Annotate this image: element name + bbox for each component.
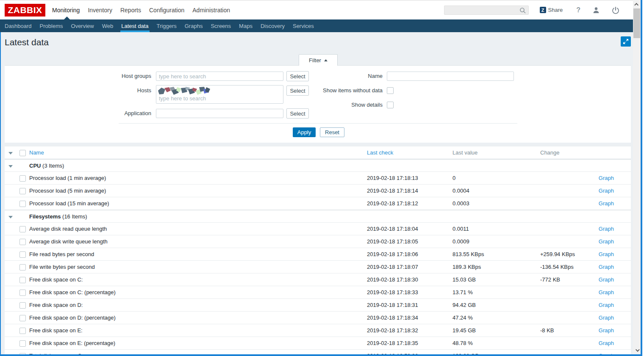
- subnav-problems[interactable]: Problems: [40, 19, 63, 32]
- hosts-input[interactable]: type here to search: [156, 85, 283, 104]
- subnav-services[interactable]: Services: [293, 19, 314, 32]
- graph-link[interactable]: Graph: [599, 340, 614, 346]
- row-checkbox[interactable]: [19, 290, 26, 296]
- application-input[interactable]: [156, 109, 283, 118]
- scroll-down-icon[interactable]: [633, 347, 641, 353]
- group-item-count: (16 Items): [61, 213, 87, 220]
- row-checkbox[interactable]: [19, 226, 26, 232]
- item-last-value: 189.3 KBps: [452, 264, 540, 270]
- graph-link[interactable]: Graph: [599, 302, 614, 308]
- filter-tab-label: Filter: [309, 57, 321, 63]
- graph-link[interactable]: Graph: [599, 276, 614, 283]
- search-icon[interactable]: [519, 7, 526, 14]
- table-row: Free disk space on D: (percentage)2019-0…: [5, 312, 631, 324]
- graph-link[interactable]: Graph: [599, 175, 614, 181]
- item-name: Free disk space on E:: [29, 327, 367, 334]
- collapse-group-icon[interactable]: [8, 165, 13, 168]
- item-last-value: 15.03 GB: [452, 276, 540, 283]
- row-checkbox[interactable]: [19, 201, 26, 207]
- nav-reports[interactable]: Reports: [120, 4, 141, 16]
- graph-link[interactable]: Graph: [599, 238, 614, 245]
- row-checkbox[interactable]: [19, 302, 26, 309]
- row-checkbox[interactable]: [19, 239, 26, 245]
- reset-button[interactable]: Reset: [320, 127, 344, 137]
- row-checkbox[interactable]: [19, 264, 26, 270]
- graph-link[interactable]: Graph: [599, 200, 614, 207]
- table-row: Free disk space on E:2019-02-18 17:18:32…: [5, 324, 631, 337]
- filter-panel: Host groups Select Hosts: [5, 65, 631, 143]
- subnav-web[interactable]: Web: [102, 19, 114, 32]
- apply-button[interactable]: Apply: [293, 127, 316, 137]
- hosts-placeholder: type here to search: [159, 95, 206, 102]
- logout-icon[interactable]: [612, 6, 619, 14]
- search-input[interactable]: [444, 6, 528, 14]
- row-checkbox[interactable]: [19, 340, 26, 347]
- subnav-discovery[interactable]: Discovery: [261, 19, 285, 32]
- name-filter-input[interactable]: [387, 72, 514, 81]
- zabbix-logo[interactable]: ZABBIX: [5, 4, 45, 17]
- show-items-without-data-checkbox[interactable]: [387, 87, 394, 94]
- graph-link[interactable]: Graph: [599, 315, 614, 321]
- share-button[interactable]: Z Share: [540, 7, 563, 13]
- hosts-select-button[interactable]: Select: [286, 86, 309, 96]
- host-groups-select-button[interactable]: Select: [286, 71, 309, 81]
- row-checkbox[interactable]: [19, 188, 26, 194]
- subnav-overview[interactable]: Overview: [71, 19, 94, 32]
- show-details-checkbox[interactable]: [387, 102, 394, 108]
- row-checkbox[interactable]: [19, 315, 26, 321]
- row-checkbox[interactable]: [19, 277, 26, 283]
- help-icon[interactable]: ?: [576, 6, 580, 14]
- subnav-graphs[interactable]: Graphs: [185, 19, 203, 32]
- filter-tab[interactable]: Filter: [299, 54, 338, 66]
- table-row: Total disk space on C:2019-02-18 16:59:3…: [5, 350, 631, 354]
- row-checkbox[interactable]: [19, 328, 26, 334]
- table-row: File write bytes per second2019-02-18 17…: [5, 261, 631, 273]
- nav-pointer-triangle-icon: [64, 17, 70, 20]
- nav-configuration[interactable]: Configuration: [149, 4, 184, 16]
- item-change: -8 KB: [540, 327, 585, 334]
- item-name: Average disk read queue length: [29, 226, 367, 232]
- graph-link[interactable]: Graph: [599, 251, 614, 257]
- nav-administration[interactable]: Administration: [192, 4, 230, 16]
- host-groups-input[interactable]: [156, 72, 283, 81]
- vertical-scrollbar[interactable]: [633, 0, 641, 354]
- scrollbar-thumb[interactable]: [633, 8, 640, 38]
- table-row: Free disk space on E: (percentage)2019-0…: [5, 337, 631, 350]
- graph-link[interactable]: Graph: [599, 327, 614, 334]
- collapse-group-icon[interactable]: [8, 216, 13, 218]
- graph-link[interactable]: Graph: [599, 188, 614, 194]
- item-name: Free disk space on D:: [29, 302, 367, 308]
- subnav-dashboard[interactable]: Dashboard: [5, 19, 32, 32]
- hosts-value-redacted-chip[interactable]: [158, 87, 211, 96]
- window-border-right: [641, 0, 642, 356]
- item-last-value: 0.0004: [452, 188, 540, 194]
- sort-by-name[interactable]: Name: [29, 149, 44, 156]
- table-row: Processor load (1 min average)2019-02-18…: [5, 172, 631, 185]
- graph-link[interactable]: Graph: [599, 264, 614, 270]
- row-checkbox[interactable]: [19, 175, 26, 182]
- subnav-latest-data[interactable]: Latest data: [121, 19, 148, 32]
- sort-by-last-check[interactable]: Last check: [367, 149, 393, 156]
- fullscreen-button[interactable]: [621, 36, 631, 47]
- app-header: ZABBIX MonitoringInventoryReportsConfigu…: [0, 0, 633, 19]
- item-last-value: 813.55 KBps: [452, 251, 540, 257]
- profile-icon[interactable]: [592, 6, 600, 14]
- collapse-filter-icon: [324, 59, 328, 61]
- graph-link[interactable]: Graph: [599, 226, 614, 232]
- subnav-screens[interactable]: Screens: [211, 19, 231, 32]
- item-name: Free disk space on C:: [29, 276, 367, 283]
- table-row: Processor load (15 min average)2019-02-1…: [5, 197, 631, 210]
- select-all-checkbox[interactable]: [19, 150, 26, 156]
- nav-monitoring[interactable]: Monitoring: [52, 4, 80, 16]
- nav-inventory[interactable]: Inventory: [88, 4, 112, 16]
- main-nav: MonitoringInventoryReportsConfigurationA…: [52, 4, 230, 16]
- application-select-button[interactable]: Select: [286, 108, 309, 119]
- item-last-check: 2019-02-18 17:18:13: [367, 175, 452, 181]
- subnav-triggers[interactable]: Triggers: [157, 19, 177, 32]
- subnav-maps[interactable]: Maps: [239, 19, 253, 32]
- collapse-all-icon[interactable]: [8, 152, 13, 155]
- scroll-up-icon[interactable]: [633, 1, 641, 8]
- row-checkbox[interactable]: [19, 251, 26, 258]
- host-groups-label: Host groups: [88, 72, 151, 81]
- graph-link[interactable]: Graph: [599, 289, 614, 295]
